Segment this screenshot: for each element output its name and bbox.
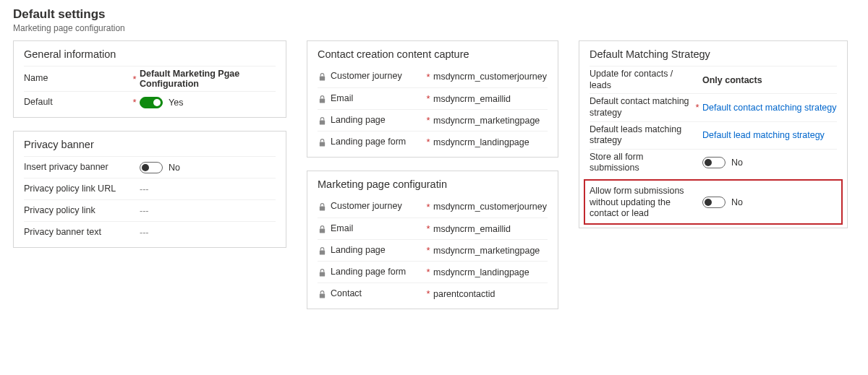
field-store-all-submissions: Store all form submissions No [590,149,837,176]
mpconfig-row-0: Customer journey*msdyncrm_customerjourne… [318,196,548,217]
lock-icon [318,246,326,256]
required-asterisk: * [423,115,433,126]
field-label: Customer journey [331,201,402,212]
svg-rect-2 [319,120,324,124]
lock-icon [318,137,326,147]
required-asterisk: * [423,245,433,256]
matching-strategy-card: Default Matching Strategy Update for con… [579,40,848,228]
capture-row-0: Customer journey*msdyncrm_customerjourne… [318,66,548,87]
field-label: Default leads matching strategy [590,124,692,147]
allow-submissions-toggle[interactable] [702,197,726,208]
field-value[interactable]: --- [140,184,149,194]
svg-rect-6 [319,250,324,254]
capture-row-1: Email*msdyncrm_emaillid [318,87,548,109]
required-asterisk: * [423,267,433,277]
capture-row-3: Landing page form*msdyncrm_landingpage [318,131,548,152]
field-label: Customer journey [331,71,402,82]
card-title: Marketing page configuratin [318,177,548,191]
field-value[interactable]: msdyncrm_customerjourney [433,72,547,82]
svg-rect-8 [319,293,324,298]
svg-rect-1 [319,98,324,103]
field-label: Default [24,97,53,108]
field-label: Email [331,93,353,105]
field-update-contacts-leads: Update for contacts / leads Only contact… [590,66,837,93]
lock-icon [318,289,326,299]
required-asterisk: * [129,74,140,85]
field-default-contact-matching: Default contact matching strategy * Defa… [590,93,837,121]
field-default-lead-matching: Default leads matching strategy Default … [590,121,837,149]
field-default: Default * Yes [24,91,276,113]
field-value[interactable]: msdyncrm_marketingpage [433,246,540,256]
marketing-page-config-card: Marketing page configuratin Customer jou… [307,171,558,309]
field-value[interactable]: msdyncrm_customerjourney [433,202,547,212]
field-value[interactable]: msdyncrm_emaillid [433,224,511,234]
svg-rect-5 [319,228,324,233]
privacy-banner-card: Privacy banner Insert privacy banner No … [13,131,286,248]
field-value[interactable]: parentcontactid [433,289,495,299]
field-label: Default contact matching strategy [590,96,692,118]
field-name: Name * Default Marketing Pgae Configurat… [24,66,276,91]
field-label: Privacy policy link URL [24,184,116,195]
field-label: Update for contacts / leads [590,69,692,91]
card-title: General information [24,47,276,61]
insert-privacy-toggle[interactable] [140,162,163,173]
field-label: Landing page [331,115,386,126]
field-value-link[interactable]: Default lead matching strategy [702,130,825,140]
highlight-box: Allow form submissions without updating … [584,179,843,225]
field-label: Landing page form [331,267,406,278]
page-subtitle: Marketing page configuration [13,23,855,33]
mpconfig-row-2: Landing page*msdyncrm_marketingpage [318,239,548,261]
field-label: Name [24,73,48,85]
capture-row-2: Landing page*msdyncrm_marketingpage [318,109,548,131]
field-value[interactable]: msdyncrm_marketingpage [433,116,540,126]
mpconfig-row-3: Landing page form*msdyncrm_landingpage [318,261,548,283]
lock-icon [318,116,326,126]
toggle-label: Yes [169,98,183,108]
required-asterisk: * [423,137,433,147]
required-asterisk: * [129,97,140,108]
field-label: Privacy banner text [24,227,101,238]
toggle-label: No [731,158,743,168]
svg-rect-3 [319,142,324,146]
lock-icon [318,267,326,277]
field-label: Landing page form [331,137,406,148]
default-toggle[interactable] [140,97,163,108]
page-title: Default settings [13,7,855,22]
field-value[interactable]: msdyncrm_emaillid [433,94,511,104]
field-value-link[interactable]: Default contact matching strategy [702,103,837,113]
required-asterisk: * [423,223,433,234]
required-asterisk: * [423,288,433,299]
svg-rect-0 [319,77,324,81]
field-insert-privacy-banner: Insert privacy banner No [24,156,276,178]
field-label: Store all form submissions [590,152,692,174]
toggle-label: No [731,197,743,207]
field-label: Allow form submissions without updating … [590,186,692,220]
field-value[interactable]: --- [140,206,149,216]
lock-icon [318,202,326,212]
required-asterisk: * [423,202,433,212]
svg-rect-4 [319,207,324,211]
field-value[interactable]: --- [140,228,149,238]
store-submissions-toggle[interactable] [702,157,726,168]
lock-icon [318,94,326,104]
field-value[interactable]: msdyncrm_landingpage [433,137,529,147]
field-label: Landing page [331,245,386,257]
field-value[interactable]: Only contacts [702,75,762,85]
svg-rect-7 [319,272,324,276]
field-allow-submissions-no-update: Allow form submissions without updating … [590,184,837,222]
required-asterisk: * [423,93,433,104]
field-value[interactable]: Default Marketing Pgae Configuration [140,69,276,89]
field-label: Email [331,223,353,235]
lock-icon [318,224,326,234]
general-information-card: General information Name * Default Marke… [13,40,286,118]
field-privacy-link: Privacy policy link --- [24,199,276,221]
field-value[interactable]: msdyncrm_landingpage [433,267,529,277]
contact-capture-card: Contact creation content capture Custome… [307,40,558,158]
field-privacy-link-url: Privacy policy link URL --- [24,178,276,199]
field-label: Privacy policy link [24,205,95,217]
field-label: Insert privacy banner [24,162,109,173]
required-asterisk [129,162,140,173]
field-privacy-banner-text: Privacy banner text --- [24,221,276,243]
mpconfig-row-4: Contact*parentcontactid [318,283,548,304]
mpconfig-row-1: Email*msdyncrm_emaillid [318,217,548,239]
